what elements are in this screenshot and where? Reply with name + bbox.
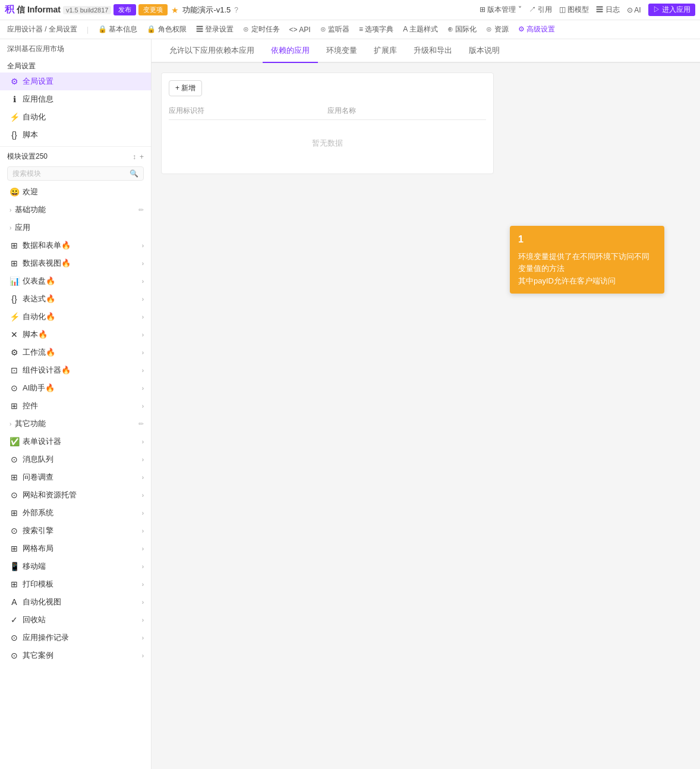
diagram-btn[interactable]: ◫ 图模型 [559, 5, 589, 15]
sidebar-item-print[interactable]: ⊞ 打印模板 › [0, 575, 151, 593]
tab-dep-apps[interactable]: 依赖的应用 [263, 39, 318, 63]
sidebar-item-basic-func[interactable]: › 基础功能 ✏ [0, 201, 151, 219]
module-sort-btn[interactable]: ↕ [133, 153, 136, 161]
module-actions: ↕ + [133, 153, 144, 161]
arrow-icon: › [142, 385, 144, 392]
sidebar-item-workflow[interactable]: ⚙ 工作流🔥 › [0, 343, 151, 361]
sidebar-label: 消息队列 [23, 454, 138, 465]
gear-icon: ⚙ [10, 77, 19, 86]
version-management-btn[interactable]: ⊞ 版本管理 ˅ [480, 5, 522, 15]
sidebar-item-script2[interactable]: ✕ 脚本🔥 › [0, 326, 151, 343]
star-icon: ★ [171, 5, 179, 15]
sidebar-label: 搜索引擎 [23, 525, 138, 536]
sidebar-item-recycle[interactable]: ✓ 回收站 › [0, 611, 151, 629]
dep-card: + 新增 应用标识符 应用名称 暂无数据 [161, 73, 494, 174]
sidebar-label: 打印模板 [23, 579, 138, 590]
version-badge: v1.5 build2817 [63, 6, 112, 14]
sidebar-label: 数据和表单🔥 [23, 240, 138, 251]
sidebar-label: 基础功能 [15, 204, 135, 215]
sidebar-item-widget[interactable]: ⊞ 控件 › [0, 397, 151, 415]
publish-button[interactable]: 发布 [113, 4, 136, 15]
scheduled-task-link[interactable]: ⊙ 定时任务 [243, 24, 279, 34]
auto-icon: ⚡ [10, 312, 19, 322]
sidebar-item-grid[interactable]: ⊞ 网格布局 › [0, 540, 151, 557]
tab-extensions[interactable]: 扩展库 [365, 39, 405, 63]
sidebar-item-global-settings[interactable]: ⚙ 全局设置 [0, 73, 151, 90]
sidebar-item-ai[interactable]: ⊙ AI助手🔥 › [0, 379, 151, 397]
sidebar-item-op-log[interactable]: ⊙ 应用操作记录 › [0, 629, 151, 647]
sidebar-item-data-view[interactable]: ⊞ 数据表视图🔥 › [0, 254, 151, 272]
divider [0, 146, 151, 147]
table-header: 应用标识符 应用名称 [169, 102, 486, 120]
listener-link[interactable]: ⊙ 监听器 [320, 24, 349, 34]
grid-icon: ⊞ [10, 544, 19, 553]
sidebar-item-script[interactable]: {} 脚本 [0, 126, 151, 144]
enter-app-btn[interactable]: ▷ 进入应用 [648, 4, 695, 16]
ai-btn[interactable]: ⊙ AI [627, 6, 641, 14]
tab-allow-deps[interactable]: 允许以下应用依赖本应用 [161, 39, 263, 63]
arrow-icon: › [142, 528, 144, 534]
sidebar-label: 其它案例 [23, 650, 138, 661]
search-input[interactable] [12, 169, 127, 178]
api-link[interactable]: <> API [289, 26, 311, 34]
top-bar: 积 信 Informat v1.5 build2817 发布 变更项 ★ 功能演… [0, 0, 700, 20]
help-icon[interactable]: ? [234, 6, 238, 14]
i18n-link[interactable]: ⊕ 国际化 [447, 24, 477, 34]
app-designer-link[interactable]: 应用设计器 / 全局设置 [7, 24, 77, 34]
sidebar-item-form-designer[interactable]: ✅ 表单设计器 › [0, 433, 151, 450]
sidebar-label: 网站和资源托管 [23, 490, 138, 500]
arrow-icon: › [142, 492, 144, 499]
sidebar-label: 问卷调查 [23, 472, 138, 483]
table-view-icon: ⊞ [10, 259, 19, 268]
changelog-button[interactable]: 变更项 [138, 4, 168, 15]
arrow-icon: › [142, 349, 144, 356]
module-add-btn[interactable]: + [140, 153, 144, 161]
arrow-icon: › [142, 260, 144, 267]
sidebar-item-welcome[interactable]: 😀 欢迎 [0, 183, 151, 201]
sidebar-item-mobile[interactable]: 📱 移动端 › [0, 557, 151, 575]
theme-style-link[interactable]: A 主题样式 [403, 24, 438, 34]
sidebar-item-survey[interactable]: ⊞ 问卷调查 › [0, 468, 151, 486]
arrow-icon: › [142, 332, 144, 338]
main-layout: 深圳基石应用市场 全局设置 ⚙ 全局设置 ℹ 应用信息 ⚡ 自动化 {} 脚本 … [0, 39, 700, 769]
advanced-settings-link[interactable]: ⚙ 高级设置 [518, 24, 555, 34]
role-permission-link[interactable]: 🔒 角色权限 [147, 24, 186, 34]
sidebar-item-dashboard[interactable]: 📊 仪表盘🔥 › [0, 272, 151, 290]
login-settings-link[interactable]: ☰ 登录设置 [196, 24, 234, 34]
sidebar-label: 移动端 [23, 561, 138, 572]
sidebar-item-auto[interactable]: ⚡ 自动化🔥 › [0, 308, 151, 326]
basic-info-link[interactable]: 🔒 基本信息 [98, 24, 137, 34]
ai-icon: ⊙ [10, 383, 19, 393]
sidebar-item-app[interactable]: › 应用 [0, 219, 151, 237]
sidebar-item-component-designer[interactable]: ⊡ 组件设计器🔥 › [0, 361, 151, 379]
sidebar-label: 控件 [23, 401, 138, 411]
demo-title: 功能演示-v1.5 [182, 5, 231, 15]
module-search[interactable]: 🔍 [7, 166, 144, 181]
sidebar-item-automation[interactable]: ⚡ 自动化 [0, 108, 151, 126]
tab-version-notes[interactable]: 版本说明 [461, 39, 508, 63]
tab-env-vars[interactable]: 环境变量 [318, 39, 365, 63]
sidebar-item-app-info[interactable]: ℹ 应用信息 [0, 90, 151, 108]
sidebar-item-expression[interactable]: {} 表达式🔥 › [0, 290, 151, 308]
add-dep-button[interactable]: + 新增 [169, 80, 202, 96]
sidebar-item-message-queue[interactable]: ⊙ 消息队列 › [0, 450, 151, 468]
sidebar-item-website[interactable]: ⊙ 网站和资源托管 › [0, 486, 151, 504]
sidebar-item-search-engine[interactable]: ⊙ 搜索引擎 › [0, 522, 151, 540]
sidebar-item-data-forms[interactable]: ⊞ 数据和表单🔥 › [0, 237, 151, 254]
option-dict-link[interactable]: ≡ 选项字典 [359, 24, 393, 34]
arrow-icon: › [142, 474, 144, 481]
arrow-icon: › [142, 635, 144, 641]
arrow-icon: › [142, 439, 144, 445]
top-bar-right: ⊞ 版本管理 ˅ ↗ 引用 ◫ 图模型 ☰ 日志 ⊙ AI ▷ 进入应用 [480, 4, 695, 16]
tab-upgrade-export[interactable]: 升级和导出 [405, 39, 461, 63]
sidebar-label: AI助手🔥 [23, 383, 138, 393]
sidebar-item-auto-view[interactable]: A 自动化视图 › [0, 593, 151, 611]
arrow-icon: › [142, 617, 144, 623]
resource-link[interactable]: ⊙ 资源 [486, 24, 508, 34]
log-btn[interactable]: ☰ 日志 [596, 5, 619, 15]
sidebar-item-other-func[interactable]: › 其它功能 ✏ [0, 415, 151, 433]
sidebar-item-external[interactable]: ⊞ 外部系统 › [0, 504, 151, 522]
arrow-icon: › [10, 421, 11, 427]
sidebar-item-other-cases[interactable]: ⊙ 其它案例 › [0, 647, 151, 664]
reference-btn[interactable]: ↗ 引用 [529, 5, 552, 15]
